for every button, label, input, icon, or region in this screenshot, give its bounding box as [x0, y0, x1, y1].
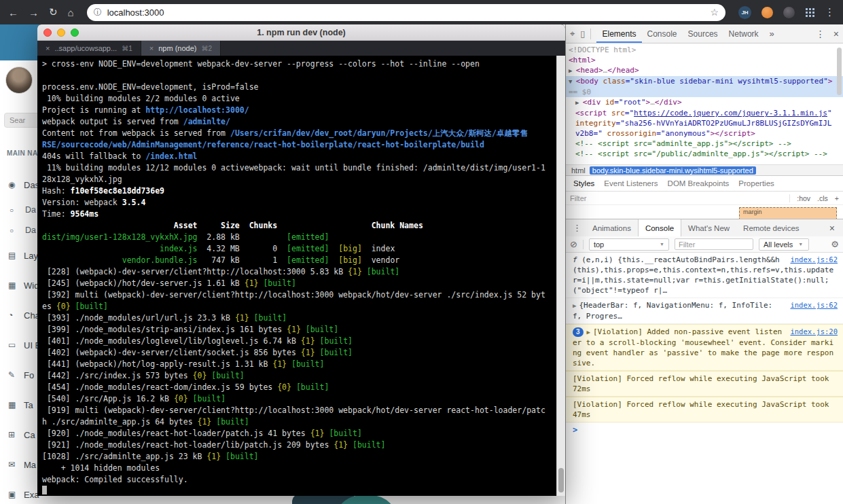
dom-tree-line[interactable]: <script src="https://code.jquery.com/jqu…: [566, 108, 843, 139]
tab-network[interactable]: Network: [723, 24, 764, 43]
devtools-panel: ⌖ ▯ ElementsConsoleSourcesNetwork » ⋮ × …: [565, 24, 843, 504]
dom-tree-line[interactable]: <!-- <script src="/public/adminlte_app.j…: [566, 149, 843, 159]
styles-filter-input[interactable]: [570, 194, 672, 202]
box-model-margin[interactable]: margin: [739, 207, 837, 219]
text-segment: webpack output is served from: [42, 117, 183, 126]
tab-elements[interactable]: Elements: [596, 24, 641, 43]
drawer-tab-animations[interactable]: Animations: [586, 219, 638, 236]
text-segment: {1}: [207, 452, 221, 461]
browser-menu-icon[interactable]: ⋮: [825, 6, 835, 18]
console-source-link[interactable]: index.js:20: [790, 327, 838, 337]
toggle-element-state-button[interactable]: :hov: [797, 194, 810, 202]
sidebar-search-input[interactable]: Sear: [4, 113, 41, 128]
drawer-menu-icon[interactable]: ⋮: [569, 223, 586, 233]
text-segment: [832, 109, 837, 118]
sidebar-item-widgets[interactable]: ▦Wid: [0, 270, 42, 300]
home-icon[interactable]: ⌂: [68, 7, 74, 18]
device-toolbar-icon[interactable]: ▯: [580, 29, 585, 39]
console-prompt[interactable]: >: [566, 422, 843, 438]
sidebar-item-dashboard-v1[interactable]: ○Da: [0, 200, 42, 220]
console-settings-icon[interactable]: ⚙: [831, 239, 839, 249]
drawer-close-icon[interactable]: ×: [824, 223, 840, 234]
sidebar-item-ui-elements[interactable]: ▭UI E: [0, 330, 42, 360]
text-segment: [921] ./node_modules/react-hot-loader/li…: [42, 440, 334, 450]
dom-tree-line[interactable]: <html>: [566, 55, 843, 65]
tab-console[interactable]: Console: [642, 24, 683, 43]
terminal-scrollbar[interactable]: [556, 56, 565, 496]
extension-icon-dark[interactable]: [783, 7, 795, 18]
apps-grid-icon[interactable]: [805, 7, 814, 17]
bookmark-star-icon[interactable]: ☆: [710, 7, 719, 18]
dom-tree-line[interactable]: <!DOCTYPE html>: [566, 45, 843, 55]
devtools-menu-icon[interactable]: ⋮: [816, 29, 825, 39]
page-info-icon[interactable]: ⓘ: [94, 7, 102, 18]
dom-tree-line[interactable]: ▶ <div id="root">…</div>: [566, 97, 843, 108]
terminal-body[interactable]: > cross-env NODE_ENV=development webpack…: [37, 56, 556, 496]
sidebar-item-charts[interactable]: ◔Cha: [0, 300, 42, 330]
execution-context-selector[interactable]: top ▼: [589, 238, 669, 251]
new-style-rule-button[interactable]: +: [835, 194, 839, 202]
breadcrumb-item[interactable]: body.skin-blue.sidebar-mini.wysihtml5-su…: [590, 166, 756, 175]
inspect-element-icon[interactable]: ⌖: [570, 29, 575, 39]
sidebar-item-forms[interactable]: ✎Fo: [0, 360, 42, 390]
drawer-tab-what-s-new[interactable]: What's New: [681, 219, 736, 236]
drawer-tab-remote-devices[interactable]: Remote devices: [736, 219, 806, 236]
more-panels-icon[interactable]: »: [770, 29, 774, 39]
sidebar-item-calendar[interactable]: ⊞Ca: [0, 420, 42, 450]
close-window-icon[interactable]: [43, 29, 52, 37]
tab-sources[interactable]: Sources: [683, 24, 723, 43]
console-message[interactable]: index.js:62▶{HeaderBar: f, NavigationMen…: [566, 298, 843, 324]
console-message[interactable]: index.js:203▶[Violation] Added non-passi…: [566, 324, 843, 371]
tab-close-icon[interactable]: ×: [149, 44, 154, 52]
styles-tab-properties[interactable]: Properties: [734, 179, 778, 187]
console-source-link[interactable]: index.js:62: [790, 300, 838, 310]
sidebar-item-dashboard[interactable]: ◉Das: [0, 170, 42, 200]
styles-tab-dom-breakpoints[interactable]: DOM Breakpoints: [663, 179, 734, 187]
profile-avatar[interactable]: JH: [738, 6, 751, 19]
text-segment: =": [616, 119, 625, 128]
reload-icon[interactable]: ↻: [49, 6, 58, 18]
sidebar-item-dashboard-v2[interactable]: ○Da: [0, 220, 42, 240]
back-icon[interactable]: ←: [8, 7, 18, 18]
console-filter-input[interactable]: [675, 238, 753, 250]
dom-tree-line[interactable]: <!-- <script src="adminlte_app.js"></scr…: [566, 139, 843, 149]
styles-tab-styles[interactable]: Styles: [569, 179, 599, 187]
expand-arrow-icon[interactable]: ▶: [573, 302, 576, 309]
terminal-tab[interactable]: ×..sapp/ucowsapp...⌘1: [37, 41, 141, 56]
expand-arrow-icon[interactable]: ▶: [587, 329, 590, 336]
terminal-scrollbar-thumb[interactable]: [558, 468, 564, 492]
elements-scrollbar[interactable]: [837, 48, 842, 95]
breadcrumb-item[interactable]: html: [569, 166, 588, 175]
text-segment: =": [614, 98, 623, 107]
clear-console-icon[interactable]: ⊘: [570, 239, 577, 249]
sidebar-item-layout[interactable]: ▤Lay: [0, 240, 42, 270]
terminal-titlebar[interactable]: 1. npm run dev (node): [37, 24, 565, 41]
forward-icon[interactable]: →: [29, 7, 39, 18]
text-segment: [454] ./node_modules/react-dom/index.js …: [42, 382, 277, 392]
terminal-tab[interactable]: ×npm (node)⌘2: [141, 41, 221, 56]
terminal-line: webpack output is served from /adminlte/: [42, 116, 556, 128]
styles-filter-row: :hov .cls +: [566, 192, 843, 205]
devtools-close-icon[interactable]: ×: [833, 29, 839, 39]
drawer-tab-console[interactable]: Console: [638, 219, 681, 236]
text-segment: [348, 440, 353, 450]
text-segment: <script: [575, 109, 607, 118]
log-level-selector[interactable]: All levels ▼: [759, 238, 809, 251]
console-source-link[interactable]: index.js:62: [790, 255, 838, 265]
element-classes-button[interactable]: .cls: [817, 194, 828, 202]
sidebar-item-tables[interactable]: ▦Ta: [0, 390, 42, 420]
minimize-window-icon[interactable]: [57, 29, 65, 37]
console-message[interactable]: [Violation] Forced reflow while executin…: [566, 371, 843, 397]
sidebar-item-mailbox[interactable]: ✉Ma: [0, 450, 42, 480]
dom-tree-line[interactable]: ▶ <head>…</head>: [566, 65, 843, 76]
console-message[interactable]: index.js:62f (e,n,i) {this.__reactAutoBi…: [566, 253, 843, 298]
tab-close-icon[interactable]: ×: [46, 44, 50, 52]
console-message[interactable]: [Violation] Forced reflow while executin…: [566, 397, 843, 422]
sidebar-item-examples[interactable]: ▣Exa: [0, 480, 42, 504]
zoom-window-icon[interactable]: [71, 29, 79, 37]
dom-tree-line[interactable]: ▼ <body class="skin-blue sidebar-mini wy…: [566, 76, 843, 97]
styles-tab-event-listeners[interactable]: Event Listeners: [599, 179, 662, 187]
adminlte-logo[interactable]: [0, 24, 42, 60]
address-bar[interactable]: ⓘ localhost:3000 ☆: [87, 4, 725, 21]
extension-icon-orange[interactable]: [761, 7, 773, 18]
